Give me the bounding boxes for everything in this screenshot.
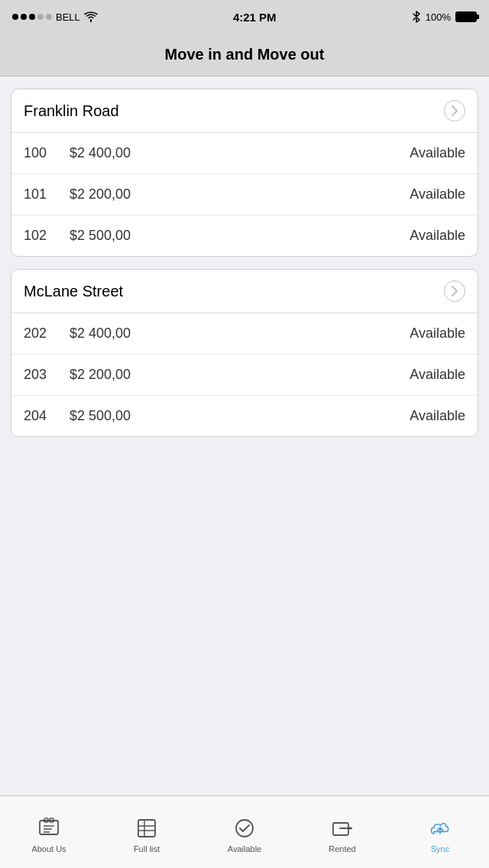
signal-dots bbox=[12, 14, 52, 20]
unit-row[interactable]: 102$2 500,00Available bbox=[11, 215, 478, 256]
signal-dot-3 bbox=[29, 14, 35, 20]
signal-dot-5 bbox=[46, 14, 52, 20]
unit-price: $2 200,00 bbox=[70, 186, 410, 202]
unit-number: 204 bbox=[24, 408, 70, 424]
unit-row[interactable]: 101$2 200,00Available bbox=[11, 174, 478, 215]
svg-point-10 bbox=[236, 820, 253, 837]
svg-rect-11 bbox=[333, 823, 348, 835]
unit-number: 203 bbox=[24, 367, 70, 383]
unit-price: $2 500,00 bbox=[70, 228, 410, 244]
carrier-label: BELL bbox=[56, 11, 80, 23]
unit-status: Available bbox=[410, 408, 465, 424]
signal-dot-2 bbox=[21, 14, 27, 20]
tab-available[interactable]: Available bbox=[196, 811, 293, 853]
tab-about-label: About Us bbox=[31, 844, 66, 853]
property-card-franklin: Franklin Road100$2 400,00Available101$2 … bbox=[11, 89, 478, 257]
property-header-mclane[interactable]: McLane Street bbox=[11, 270, 478, 313]
unit-number: 101 bbox=[24, 186, 70, 202]
bluetooth-icon bbox=[412, 11, 421, 23]
wifi-icon bbox=[84, 11, 98, 22]
property-header-franklin[interactable]: Franklin Road bbox=[11, 89, 478, 133]
tab-fulllist-label: Full list bbox=[134, 844, 160, 853]
tab-sync-label: Sync bbox=[431, 844, 449, 853]
svg-rect-6 bbox=[138, 820, 155, 837]
unit-price: $2 400,00 bbox=[70, 145, 410, 161]
unit-status: Available bbox=[410, 186, 465, 202]
property-name-mclane: McLane Street bbox=[24, 283, 123, 300]
property-name-franklin: Franklin Road bbox=[24, 102, 119, 120]
unit-price: $2 500,00 bbox=[70, 408, 410, 424]
unit-price: $2 400,00 bbox=[70, 326, 410, 342]
battery-label: 100% bbox=[426, 11, 451, 23]
page-header: Move in and Move out bbox=[0, 34, 489, 76]
unit-number: 202 bbox=[24, 326, 70, 342]
battery-fill bbox=[457, 13, 475, 21]
tab-rented-label: Rented bbox=[329, 844, 355, 853]
available-icon bbox=[233, 817, 256, 840]
unit-status: Available bbox=[410, 367, 465, 383]
sync-icon bbox=[429, 817, 452, 840]
unit-row[interactable]: 100$2 400,00Available bbox=[11, 133, 478, 174]
status-left: BELL bbox=[12, 11, 98, 23]
signal-dot-1 bbox=[12, 14, 18, 20]
property-card-mclane: McLane Street202$2 400,00Available203$2 … bbox=[11, 269, 478, 437]
tab-sync[interactable]: Sync bbox=[391, 811, 489, 853]
about-icon bbox=[37, 817, 60, 840]
unit-status: Available bbox=[410, 228, 465, 244]
page-title: Move in and Move out bbox=[165, 46, 325, 63]
unit-number: 102 bbox=[24, 228, 70, 244]
main-content: Franklin Road100$2 400,00Available101$2 … bbox=[0, 76, 489, 449]
battery-icon bbox=[455, 11, 477, 22]
unit-price: $2 200,00 bbox=[70, 367, 410, 383]
signal-dot-4 bbox=[37, 14, 44, 20]
tab-about[interactable]: About Us bbox=[0, 811, 98, 853]
rented-icon bbox=[331, 817, 354, 840]
status-bar: BELL 4:21 PM 100% bbox=[0, 0, 489, 34]
tab-fulllist[interactable]: Full list bbox=[98, 811, 196, 853]
unit-row[interactable]: 203$2 200,00Available bbox=[11, 355, 478, 396]
chevron-icon-franklin bbox=[444, 100, 465, 121]
unit-status: Available bbox=[410, 145, 465, 161]
tab-bar: About Us Full list Available bbox=[0, 795, 489, 868]
chevron-icon-mclane bbox=[444, 280, 465, 302]
unit-number: 100 bbox=[24, 145, 70, 161]
unit-status: Available bbox=[410, 326, 465, 342]
tab-available-label: Available bbox=[228, 844, 261, 853]
unit-row[interactable]: 204$2 500,00Available bbox=[11, 396, 478, 436]
status-right: 100% bbox=[412, 11, 477, 23]
fulllist-icon bbox=[135, 817, 158, 840]
tab-rented[interactable]: Rented bbox=[293, 811, 391, 853]
status-time: 4:21 PM bbox=[233, 11, 277, 24]
unit-row[interactable]: 202$2 400,00Available bbox=[11, 313, 478, 355]
